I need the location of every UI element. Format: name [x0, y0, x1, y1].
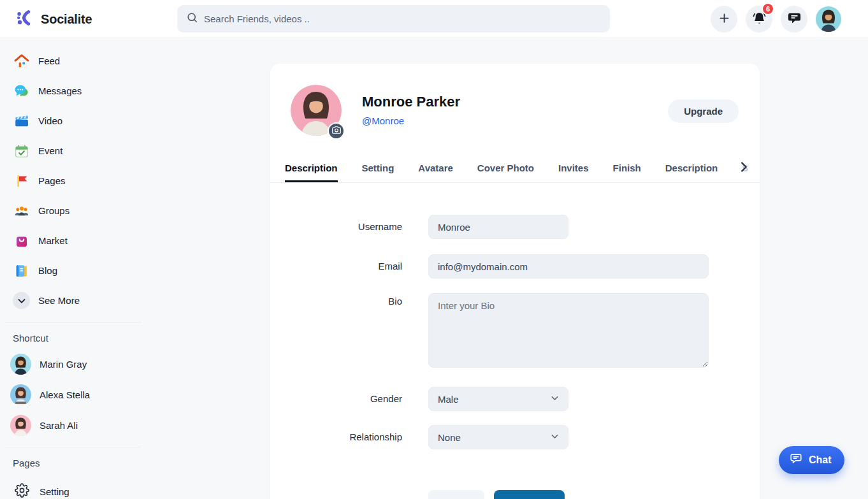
chevron-down-icon: [549, 431, 560, 444]
save-button[interactable]: Save: [494, 490, 565, 499]
logo[interactable]: Socialite: [15, 0, 92, 38]
shopping-bag-icon: [13, 232, 30, 249]
tab-finish[interactable]: Finish: [613, 153, 641, 182]
tab-setting[interactable]: Setting: [362, 153, 394, 182]
flag-icon: [13, 172, 30, 189]
sidebar-item-event[interactable]: Event: [0, 136, 147, 166]
upgrade-button[interactable]: Upgrade: [668, 99, 739, 123]
app-title: Socialite: [41, 12, 92, 27]
email-input[interactable]: [428, 254, 709, 278]
user-portrait: [816, 6, 841, 32]
messages-button[interactable]: [781, 6, 807, 33]
shortcut-name: Marin Gray: [40, 359, 87, 370]
topbar-actions: 6: [711, 6, 841, 33]
relationship-value: None: [438, 432, 461, 443]
chevron-down-icon: [549, 393, 560, 405]
gender-label: Gender: [270, 387, 402, 411]
bio-textarea[interactable]: [428, 293, 709, 368]
people-icon: [13, 202, 30, 219]
sidebar-item-label: Pages: [38, 175, 66, 186]
settings-tabs: Description Setting Avatare Cover Photo …: [270, 153, 760, 183]
socialite-logo-icon: [15, 8, 34, 30]
bio-label: Bio: [270, 296, 402, 307]
notifications-button[interactable]: 6: [746, 6, 772, 33]
sidebar-item-groups[interactable]: Groups: [0, 196, 147, 226]
avatar-sarah: [10, 415, 31, 436]
sidebar-item-pages[interactable]: Pages: [0, 166, 147, 196]
sidebar-item-see-more[interactable]: See More: [0, 286, 147, 315]
sidebar-item-label: Market: [38, 235, 68, 246]
shortcut-header: Shortcut: [0, 322, 147, 349]
tab-avatare[interactable]: Avatare: [418, 153, 452, 182]
create-button[interactable]: [711, 6, 737, 33]
sidebar-item-video[interactable]: Video: [0, 106, 147, 136]
plus-icon: [718, 11, 731, 27]
chat-outline-icon: [789, 452, 803, 468]
change-photo-button[interactable]: [328, 122, 345, 140]
chat-button[interactable]: Chat: [779, 446, 844, 474]
sidebar-item-label: Blog: [38, 265, 57, 276]
search-input[interactable]: [204, 13, 601, 24]
tab-description-2[interactable]: Description: [665, 153, 718, 182]
clapperboard-icon: [13, 112, 30, 129]
app-frame: Socialite: [0, 0, 868, 499]
sidebar-item-label: Setting: [40, 486, 69, 497]
sidebar-item-label: Event: [38, 145, 62, 156]
tabs-scroll-next-button[interactable]: [735, 159, 752, 176]
gender-value: Male: [438, 394, 459, 405]
sidebar-item-market[interactable]: Market: [0, 226, 147, 256]
camera-icon: [332, 126, 341, 136]
topbar: Socialite: [0, 0, 868, 38]
sidebar-item-label: Messages: [38, 85, 82, 96]
profile-handle[interactable]: @Monroe: [362, 115, 404, 126]
sidebar-item-feed[interactable]: Feed: [0, 46, 147, 76]
profile-name: Monroe Parker: [362, 94, 460, 110]
shortcut-marin-gray[interactable]: Marin Gray: [0, 349, 147, 379]
calendar-check-icon: [13, 142, 30, 159]
chat-bubble-icon: [787, 11, 802, 27]
chevron-down-icon: [13, 292, 30, 309]
sidebar: Feed Messages: [0, 38, 147, 499]
sidebar-item-label: Video: [38, 115, 62, 126]
sidebar-item-label: Feed: [38, 55, 60, 66]
shortcut-name: Alexa Stella: [40, 389, 90, 400]
avatar-marin: [10, 354, 31, 375]
chat-bubbles-icon: [13, 82, 30, 99]
tab-invites[interactable]: Invites: [558, 153, 589, 182]
cancel-button[interactable]: Cancel: [428, 490, 484, 499]
relationship-select[interactable]: None: [428, 425, 568, 449]
notebook-icon: [13, 262, 30, 279]
gear-icon: [15, 483, 29, 499]
email-label: Email: [270, 254, 402, 278]
sidebar-item-label: Groups: [38, 205, 69, 216]
sidebar-item-blog[interactable]: Blog: [0, 256, 147, 286]
house-icon: [13, 52, 30, 69]
shortcut-name: Sarah Ali: [40, 420, 78, 431]
gender-select[interactable]: Male: [428, 387, 568, 411]
sidebar-item-label: See More: [38, 295, 80, 306]
notification-badge: 6: [762, 3, 774, 15]
settings-card: Monroe Parker @Monroe Upgrade Descriptio…: [270, 64, 760, 499]
search-icon: [186, 11, 198, 26]
shortcut-alexa-stella[interactable]: Alexa Stella: [0, 379, 147, 410]
shortcut-sarah-ali[interactable]: Sarah Ali: [0, 410, 147, 440]
username-label: Username: [270, 215, 402, 239]
sidebar-item-setting[interactable]: Setting: [0, 476, 147, 499]
tab-cover-photo[interactable]: Cover Photo: [477, 153, 534, 182]
chevron-right-icon: [737, 166, 751, 176]
relationship-label: Relationship: [270, 425, 402, 449]
tab-description[interactable]: Description: [285, 153, 338, 182]
sidebar-item-messages[interactable]: Messages: [0, 76, 147, 106]
search-bar: [177, 5, 610, 33]
user-avatar[interactable]: [816, 6, 841, 32]
chat-label: Chat: [809, 454, 832, 466]
username-input[interactable]: [428, 215, 568, 239]
pages-header: Pages: [0, 447, 147, 474]
avatar-alexa: [10, 384, 31, 405]
